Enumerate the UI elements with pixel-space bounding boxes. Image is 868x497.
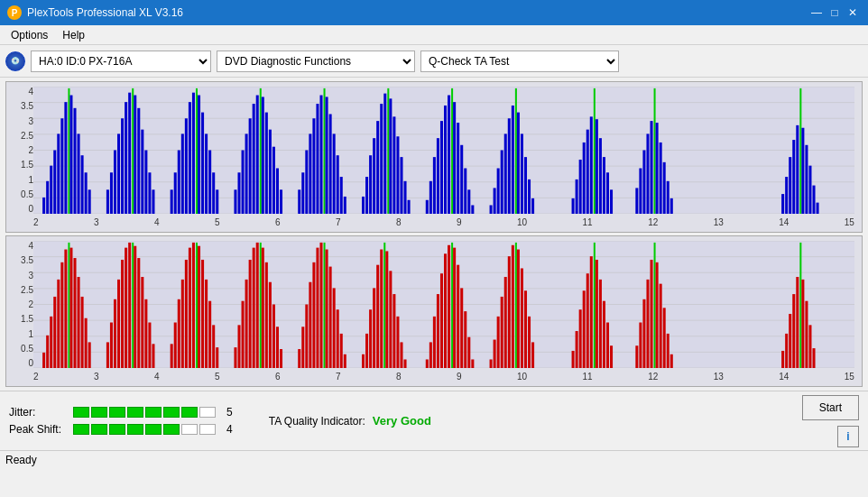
svg-rect-125	[590, 116, 593, 214]
svg-rect-120	[572, 198, 575, 214]
svg-rect-24	[110, 172, 113, 214]
svg-rect-184	[132, 243, 134, 368]
close-button[interactable]: ✕	[845, 5, 861, 21]
svg-rect-90	[400, 157, 402, 214]
svg-rect-130	[606, 172, 609, 214]
test-select[interactable]: Q-Check TA Test	[420, 51, 619, 72]
svg-rect-95	[433, 157, 436, 214]
svg-rect-287	[642, 299, 645, 368]
svg-rect-232	[344, 354, 346, 368]
svg-rect-82	[373, 138, 375, 214]
svg-rect-289	[651, 260, 653, 368]
svg-rect-153	[817, 203, 819, 214]
svg-rect-104	[464, 169, 466, 214]
minimize-button[interactable]: —	[808, 5, 825, 21]
svg-rect-281	[599, 280, 602, 368]
svg-rect-88	[392, 116, 395, 214]
svg-rect-62	[272, 147, 275, 214]
svg-rect-60	[265, 113, 268, 214]
svg-rect-94	[429, 181, 432, 214]
app-icon: P	[7, 5, 22, 20]
svg-rect-96	[437, 138, 439, 214]
svg-rect-48	[208, 151, 211, 215]
svg-rect-217	[276, 327, 279, 368]
start-button[interactable]: Start	[802, 395, 859, 420]
svg-rect-183	[128, 243, 131, 368]
svg-rect-270	[524, 290, 527, 368]
svg-rect-97	[440, 121, 443, 214]
svg-rect-216	[272, 305, 275, 369]
peak-seg-8	[199, 424, 216, 435]
svg-rect-136	[651, 121, 653, 214]
menu-help[interactable]: Help	[55, 27, 92, 43]
svg-rect-111	[504, 133, 507, 214]
jitter-seg-5	[145, 407, 162, 418]
jitter-seg-1	[73, 407, 89, 418]
svg-rect-218	[280, 349, 282, 368]
svg-rect-64	[280, 189, 282, 214]
svg-rect-45	[198, 96, 200, 214]
svg-rect-32	[137, 108, 140, 214]
svg-rect-300	[796, 277, 799, 368]
svg-rect-190	[152, 344, 154, 368]
svg-rect-186	[137, 258, 140, 368]
svg-rect-47	[205, 133, 208, 214]
svg-rect-165	[50, 317, 52, 368]
svg-rect-298	[789, 314, 791, 368]
svg-rect-77	[340, 177, 343, 214]
drive-select[interactable]: HA:0 ID:0 PX-716A	[31, 51, 211, 72]
svg-rect-70	[316, 104, 319, 214]
functions-select[interactable]: DVD Diagnostic Functions	[217, 51, 415, 72]
svg-rect-178	[110, 323, 113, 368]
svg-rect-78	[344, 197, 346, 214]
svg-rect-176	[88, 342, 91, 368]
peak-shift-progress	[73, 424, 216, 435]
svg-rect-23	[106, 189, 109, 214]
svg-rect-208	[245, 280, 248, 368]
menu-options[interactable]: Options	[4, 27, 55, 43]
svg-rect-226	[324, 243, 326, 368]
svg-rect-240	[385, 251, 388, 368]
svg-rect-144	[785, 177, 788, 214]
svg-rect-205	[234, 347, 236, 368]
svg-rect-243	[396, 317, 399, 368]
bottom-chart-area	[33, 241, 854, 368]
svg-rect-196	[189, 248, 191, 368]
svg-rect-61	[269, 130, 272, 214]
svg-rect-76	[337, 155, 339, 214]
svg-rect-238	[376, 265, 379, 368]
svg-rect-166	[53, 297, 56, 368]
svg-rect-12	[53, 151, 56, 215]
svg-rect-227	[326, 250, 328, 368]
svg-rect-302	[801, 280, 804, 368]
svg-rect-27	[121, 118, 124, 214]
svg-rect-239	[380, 250, 383, 368]
svg-rect-103	[460, 145, 463, 214]
svg-rect-301	[799, 243, 801, 368]
svg-rect-293	[663, 308, 666, 368]
svg-rect-22	[88, 189, 91, 214]
svg-rect-237	[373, 288, 375, 368]
svg-rect-288	[646, 280, 649, 368]
svg-rect-87	[389, 98, 392, 214]
jitter-label: Jitter:	[9, 406, 68, 419]
peak-seg-7	[181, 424, 198, 435]
jitter-seg-7	[181, 407, 198, 418]
svg-rect-17	[69, 96, 72, 214]
svg-rect-258	[467, 337, 470, 368]
svg-rect-265	[508, 256, 511, 368]
svg-rect-72	[324, 88, 326, 214]
svg-rect-264	[504, 277, 507, 368]
svg-rect-268	[517, 250, 520, 368]
svg-rect-52	[237, 172, 240, 214]
svg-rect-191	[171, 344, 173, 368]
svg-rect-194	[181, 280, 184, 368]
info-button[interactable]: i	[837, 426, 859, 447]
svg-rect-233	[383, 243, 385, 368]
maximize-button[interactable]: □	[826, 5, 843, 21]
svg-rect-188	[144, 299, 147, 368]
jitter-value: 5	[226, 406, 233, 419]
svg-rect-74	[329, 114, 332, 214]
svg-rect-278	[590, 256, 593, 368]
svg-rect-14	[60, 118, 63, 214]
